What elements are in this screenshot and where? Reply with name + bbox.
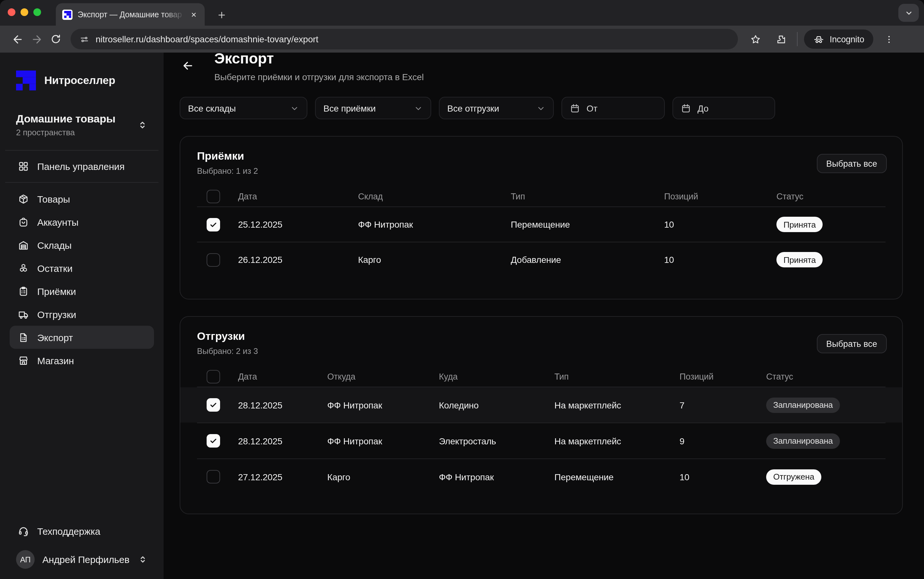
receipts-select-all-button[interactable]: Выбрать все <box>817 154 887 173</box>
row-checkbox[interactable] <box>207 253 220 267</box>
table-row[interactable]: 27.12.2025 Карго ФФ Нитропак Перемещение… <box>180 459 902 494</box>
toolbar-divider <box>797 32 798 46</box>
row-checkbox[interactable] <box>207 218 220 231</box>
shipments-title: Отгрузки <box>197 330 886 343</box>
sidebar-item-receipts[interactable]: Приёмки <box>10 280 154 303</box>
support-link[interactable]: Техподдержка <box>10 519 154 543</box>
window-controls[interactable] <box>8 8 41 16</box>
maximize-window-button[interactable] <box>33 8 41 16</box>
table-row[interactable]: 26.12.2025 Карго Добавление 10 Принята <box>180 242 902 277</box>
chevron-down-icon <box>290 103 299 113</box>
column-header: Тип <box>555 371 679 381</box>
package-icon <box>18 193 29 204</box>
dashboard-icon <box>18 160 29 172</box>
receipts-card: Приёмки Выбрано: 1 из 2 Выбрать все Дата… <box>180 136 903 299</box>
row-checkbox[interactable] <box>207 470 220 484</box>
sidebar-item-label: Панель управления <box>37 160 125 172</box>
browser-tab[interactable]: Экспорт — Домашние товар <box>56 3 205 26</box>
cell-from: ФФ Нитропак <box>327 436 439 446</box>
cell-positions: 10 <box>664 219 776 229</box>
document-icon <box>18 332 29 343</box>
sidebar-item-dashboard[interactable]: Панель управления <box>10 155 154 178</box>
cell-type: На маркетплейс <box>555 436 679 446</box>
cell-date: 27.12.2025 <box>238 472 327 482</box>
cell-type: Добавление <box>511 255 664 265</box>
status-badge: Принята <box>776 252 823 267</box>
sidebar-item-stock[interactable]: Остатки <box>10 257 154 280</box>
bookmark-star-icon[interactable] <box>746 29 765 49</box>
cell-positions: 9 <box>679 436 766 446</box>
status-badge: Запланирована <box>766 433 840 448</box>
table-row[interactable]: 28.12.2025 ФФ Нитропак Электросталь На м… <box>180 423 902 458</box>
sidebar-nav: Панель управления Товары Аккаунты Склады <box>10 155 154 372</box>
browser-menu-icon[interactable] <box>880 29 899 49</box>
column-header: Откуда <box>327 371 439 381</box>
sidebar-item-products[interactable]: Товары <box>10 187 154 210</box>
sidebar-divider <box>5 182 159 183</box>
site-settings-icon[interactable] <box>80 34 89 44</box>
sidebar-item-label: Приёмки <box>37 286 76 296</box>
date-to-field[interactable]: До <box>673 97 775 119</box>
url-text[interactable]: nitroseller.ru/dashboard/spaces/domashni… <box>95 34 318 44</box>
shipments-select[interactable]: Все отгрузки <box>439 97 554 119</box>
new-tab-button[interactable] <box>212 6 230 24</box>
incognito-badge: Incognito <box>804 29 873 49</box>
reload-icon[interactable] <box>46 29 66 49</box>
column-header: Склад <box>358 191 511 201</box>
sidebar-item-export[interactable]: Экспорт <box>10 326 154 349</box>
column-header: Статус <box>766 371 886 381</box>
filter-bar: Все склады Все приёмки Все отгрузки От <box>180 97 903 119</box>
incognito-label: Incognito <box>830 34 864 44</box>
support-label: Техподдержка <box>37 525 100 536</box>
table-row[interactable]: 28.12.2025 ФФ Нитропак Коледино На марке… <box>180 387 902 422</box>
extensions-puzzle-icon[interactable] <box>771 29 791 49</box>
close-window-button[interactable] <box>8 8 15 16</box>
bag-icon <box>18 216 29 227</box>
page-title: Экспорт <box>214 52 424 67</box>
space-name: Домашние товары <box>16 113 137 126</box>
receipts-select[interactable]: Все приёмки <box>315 97 431 119</box>
table-row[interactable]: 25.12.2025 ФФ Нитропак Перемещение 10 Пр… <box>180 207 902 242</box>
column-header: Статус <box>776 191 886 201</box>
chevron-updown-icon <box>138 554 148 564</box>
date-from-value: От <box>586 103 597 113</box>
cell-date: 28.12.2025 <box>238 436 327 446</box>
address-bar[interactable]: nitroseller.ru/dashboard/spaces/domashni… <box>71 29 738 49</box>
date-to-value: До <box>698 103 708 113</box>
user-menu[interactable]: АП Андрей Перфильев <box>16 550 148 569</box>
cell-date: 28.12.2025 <box>238 400 327 410</box>
cell-date: 26.12.2025 <box>238 255 358 265</box>
sidebar-item-warehouses[interactable]: Склады <box>10 233 154 257</box>
receipts-title: Приёмки <box>197 150 886 163</box>
row-checkbox[interactable] <box>207 434 220 448</box>
sidebar-item-shipments[interactable]: Отгрузки <box>10 303 154 326</box>
brand-logo <box>16 70 36 90</box>
sidebar-item-accounts[interactable]: Аккаунты <box>10 210 154 233</box>
brand: Нитроселлер <box>16 70 148 90</box>
cell-type: Перемещение <box>511 219 664 229</box>
space-count: 2 пространства <box>16 128 137 137</box>
warehouses-select[interactable]: Все склады <box>180 97 307 119</box>
select-all-checkbox[interactable] <box>207 190 220 203</box>
chevron-down-icon <box>414 103 423 113</box>
minimize-window-button[interactable] <box>21 8 28 16</box>
calendar-icon <box>681 103 691 113</box>
date-from-field[interactable]: От <box>561 97 665 119</box>
space-switcher[interactable]: Домашние товары 2 пространства <box>16 113 148 137</box>
cell-warehouse: Карго <box>358 255 511 265</box>
sidebar-item-store[interactable]: Магазин <box>10 349 154 372</box>
cell-warehouse: ФФ Нитропак <box>358 219 511 229</box>
headset-icon <box>18 525 29 536</box>
tab-search-button[interactable] <box>898 4 919 22</box>
back-arrow-icon[interactable] <box>180 58 195 73</box>
select-all-checkbox[interactable] <box>207 370 220 383</box>
avatar: АП <box>16 550 34 569</box>
tab-close-icon[interactable] <box>188 9 200 20</box>
forward-nav-icon[interactable] <box>27 29 46 49</box>
shipments-select-all-button[interactable]: Выбрать все <box>817 334 887 353</box>
cell-type: На маркетплейс <box>555 400 679 410</box>
back-nav-icon[interactable] <box>8 29 27 49</box>
column-header: Дата <box>238 191 358 201</box>
row-checkbox[interactable] <box>207 398 220 412</box>
calendar-icon <box>570 103 580 113</box>
